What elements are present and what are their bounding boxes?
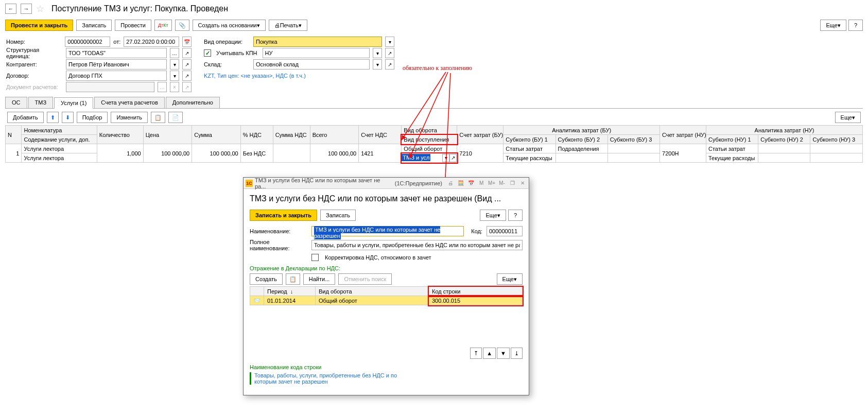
col-nomen2[interactable]: Содержание услуги, доп. [22,135,97,144]
modal-fullname-input[interactable] [311,240,523,250]
attachments-icon[interactable]: 📎 [175,20,189,31]
contract-dd-icon[interactable]: ▾ [170,71,179,81]
income-type-dd-icon[interactable]: ▾ [442,154,449,162]
col-analytics-bu[interactable]: Аналитика затрат (БУ) [504,126,660,135]
calendar-icon[interactable]: 📅 [182,37,192,47]
op-type-input[interactable] [253,37,382,47]
modal-titlebar[interactable]: 1С ТМЗ и услуги без НДС или по которым з… [244,178,529,189]
kpn-dd-icon[interactable]: ▾ [373,48,382,58]
paste-icon[interactable]: 📄 [168,112,183,123]
decl-copy-icon[interactable]: 📋 [286,273,300,285]
date-input[interactable] [124,37,179,47]
col-vat-acc[interactable]: Счет НДС [359,126,402,144]
back-button[interactable]: ← [5,4,16,14]
modal-close-icon[interactable]: ✕ [518,179,527,187]
col-cost-acc-nu[interactable]: Счет затрат (НУ) [660,126,706,144]
post-button[interactable]: Провести [115,20,151,31]
col-sub-bu3[interactable]: Субконто (БУ) 3 [607,135,659,144]
modal-name-input[interactable]: ТМЗ и услуги без НДС или по которым заче… [311,226,464,236]
decl-nav-up-icon[interactable]: ▲ [483,348,496,359]
pick-button[interactable]: Подбор [77,112,108,123]
add-row-button[interactable]: Добавить [7,112,44,123]
modal-more-button[interactable]: Еще ▾ [480,210,506,221]
col-sub-bu1[interactable]: Субконто (БУ) 1 [504,135,555,144]
more-button[interactable]: Еще ▾ [820,20,846,31]
org-pick-icon[interactable]: … [170,48,179,58]
warehouse-open-icon[interactable]: ↗ [385,59,394,70]
warehouse-input[interactable] [253,59,370,70]
decl-create-button[interactable]: Создать [250,273,283,285]
table-row[interactable]: 1 Услуги лектора 1,000 100 000,00 100 00… [6,144,863,153]
tab-tmz[interactable]: ТМЗ [28,97,54,108]
org-open-icon[interactable]: ↗ [182,48,192,58]
col-total[interactable]: Всего [310,126,358,144]
decl-nav-last-icon[interactable]: ⤓ [511,348,523,359]
modal-restore-icon[interactable]: ❐ [508,179,516,187]
contract-open-icon[interactable]: ↗ [182,71,192,81]
currency-note-link[interactable]: KZT, Тип цен: <не указан>, НДС (в т.ч.) [204,73,306,79]
col-nomen[interactable]: Номенклатура [22,126,97,135]
col-vat-pct[interactable]: % НДС [240,126,273,144]
decl-col-icon[interactable] [250,287,264,296]
col-n[interactable]: N [6,126,22,144]
op-type-dd-icon[interactable]: ▾ [385,37,394,47]
col-vat-sum[interactable]: Сумма НДС [273,126,310,144]
decl-more-button[interactable]: Еще ▾ [497,273,523,285]
modal-help-button[interactable]: ? [508,210,523,221]
decl-nav-down-icon[interactable]: ▼ [497,348,510,359]
income-type-cell[interactable]: ТМЗ и усл ▾↗ [402,153,457,163]
modal-calc-icon[interactable]: 🧮 [457,179,465,187]
col-turnover[interactable]: Вид оборота [402,126,457,135]
warehouse-dd-icon[interactable]: ▾ [373,59,382,70]
write-button[interactable]: Записать [76,20,112,31]
modal-cal-icon[interactable]: 📅 [467,179,475,187]
modal-print-icon[interactable]: 🖨 [446,179,455,187]
print-button[interactable]: 🖨 Печать ▾ [269,20,307,31]
kpn-checkbox[interactable] [204,49,211,57]
col-sub-nu1[interactable]: Субконто (НУ) 1 [706,135,758,144]
post-and-close-button[interactable]: Провести и закрыть [5,20,73,31]
counterparty-dd-icon[interactable]: ▾ [170,59,179,70]
col-sub-bu2[interactable]: Субконто (БУ) 2 [555,135,607,144]
col-price[interactable]: Цена [143,126,192,144]
number-input[interactable] [65,37,110,47]
dt-kt-icon[interactable]: ДтКт [154,20,172,31]
change-button[interactable]: Изменить [111,112,148,123]
org-input[interactable] [66,48,167,58]
col-cost-acc-bu[interactable]: Счет затрат (БУ) [457,126,504,144]
col-sub-nu2[interactable]: Субконто (НУ) 2 [758,135,810,144]
decl-col-line-code[interactable]: Код строки [429,287,523,296]
create-based-button[interactable]: Создать на основании ▾ [193,20,266,31]
counterparty-open-icon[interactable]: ↗ [182,59,192,70]
vat-correction-checkbox[interactable] [311,254,319,261]
kpn-input[interactable] [263,48,370,58]
decl-find-button[interactable]: Найти... [303,273,336,285]
help-button[interactable]: ? [848,20,863,31]
tab-services[interactable]: Услуги (1) [54,97,93,109]
modal-write-close-button[interactable]: Записать и закрыть [250,210,317,221]
decl-row[interactable]: 📨 01.01.2014 Общий оборот 300.00.015 [250,296,523,305]
tab-extra[interactable]: Дополнительно [166,97,220,108]
col-sub-nu3[interactable]: Субконто (НУ) 3 [810,135,863,144]
move-down-icon[interactable]: ⬇ [62,112,74,123]
modal-write-button[interactable]: Записать [320,210,356,221]
col-qty[interactable]: Количество [97,126,143,144]
tab-accounts[interactable]: Счета учета расчетов [94,97,164,108]
col-income-type[interactable]: Вид поступления [402,135,457,144]
copy-icon[interactable]: 📋 [151,112,165,123]
decl-col-turnover[interactable]: Вид оборота [316,287,429,296]
decl-nav-first-icon[interactable]: ⤒ [470,348,482,359]
counterparty-input[interactable] [66,59,167,70]
move-up-icon[interactable]: ⬆ [47,112,59,123]
star-icon[interactable]: ☆ [36,3,44,14]
col-analytics-nu[interactable]: Аналитика затрат (НУ) [706,126,863,135]
income-type-open-icon[interactable]: ↗ [449,154,457,162]
kpn-open-icon[interactable]: ↗ [385,48,394,58]
decl-col-period[interactable]: Период ↓ [264,287,316,296]
col-sum[interactable]: Сумма [192,126,240,144]
contract-input[interactable] [66,71,167,81]
modal-code-input[interactable] [487,226,523,236]
forward-button[interactable]: → [21,4,32,14]
tab-os[interactable]: ОС [5,97,27,108]
table-more-button[interactable]: Еще ▾ [835,112,861,123]
